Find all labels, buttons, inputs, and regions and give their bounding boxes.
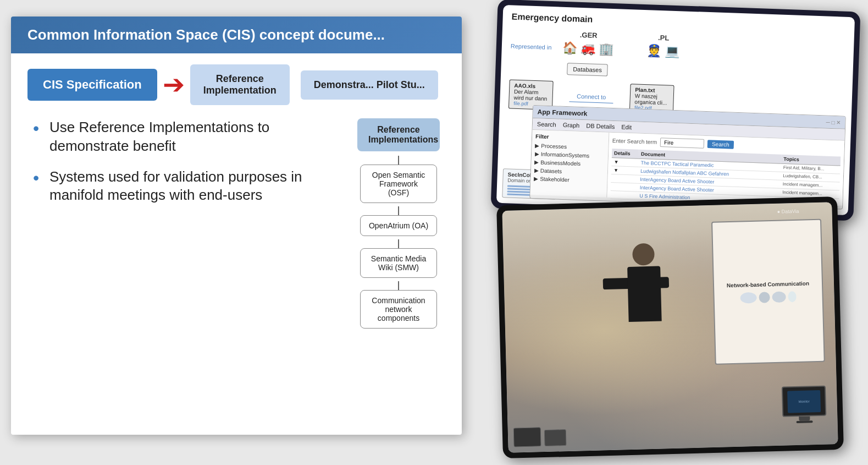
demo-box: Demonstra... Pilot Stu... xyxy=(301,70,438,100)
row-details xyxy=(611,174,638,183)
app-left-panel: Filter ▶ Processes ▶ InformationSystems … xyxy=(530,130,609,198)
tablet-top-right: Emergency domain Represented in .GER 🏠 🚒… xyxy=(491,0,861,221)
smw-box: Semantic MediaWiki (SMW) xyxy=(360,248,437,278)
tablet-bottom-screen: Network-based Communication xyxy=(502,202,838,453)
menu-edit[interactable]: Edit xyxy=(621,124,632,131)
row-details xyxy=(610,190,637,200)
osf-box: Open SemanticFramework (OSF) xyxy=(360,165,437,203)
photo-area: Network-based Communication xyxy=(502,202,838,453)
person-figure xyxy=(618,243,669,289)
tree-line-1 xyxy=(398,156,399,165)
filter-header: Filter xyxy=(535,133,605,141)
whiteboard: Network-based Communication xyxy=(711,219,825,365)
menu-db-details[interactable]: DB Details xyxy=(586,122,615,130)
photo-label: ● DataVia xyxy=(777,209,799,215)
slide-left-panel: Use Reference Implementations to demonst… xyxy=(27,118,341,332)
bullet-item-2: Systems used for validation purposes in … xyxy=(33,168,341,205)
pl-icons: 👮 💻 xyxy=(646,43,680,59)
aao-desc: Der Alarm wird nur dann xyxy=(513,89,548,102)
pl-label: .PL xyxy=(658,34,670,42)
search-button[interactable]: Search xyxy=(707,140,734,149)
databases-box: Databases xyxy=(567,63,608,76)
ref-impls-label: ReferenceImplementations xyxy=(368,125,438,144)
tree-children: Open SemanticFramework (OSF) OpenAtrium … xyxy=(360,165,437,332)
smw-label: Semantic MediaWiki (SMW) xyxy=(371,254,426,272)
app-body: Filter ▶ Processes ▶ InformationSystems … xyxy=(530,130,844,206)
menu-search[interactable]: Search xyxy=(537,121,556,128)
emergency-diagram: Emergency domain Represented in .GER 🏠 🚒… xyxy=(496,5,855,215)
tree-line-2 xyxy=(398,206,399,215)
filter-stakeholder[interactable]: ▶ Stakeholder xyxy=(534,174,604,185)
row-details xyxy=(611,182,638,192)
tree-line-3 xyxy=(398,239,399,248)
search-input[interactable] xyxy=(660,138,705,149)
oa-box: OpenAtrium (OA) xyxy=(360,215,437,236)
ref-impl-top-label: ReferenceImplementation xyxy=(203,73,277,96)
whiteboard-title: Network-based Communication xyxy=(727,280,810,304)
osf-label: Open SemanticFramework (OSF) xyxy=(372,171,425,197)
ref-impls-main-box: ReferenceImplementations xyxy=(357,118,440,151)
demo-label: Demonstra... Pilot Stu... xyxy=(314,79,425,90)
ref-impl-box-top: ReferenceImplementation xyxy=(190,64,290,105)
cis-spec-box: CIS Specification xyxy=(27,69,157,101)
ed-represented: Represented in xyxy=(511,42,552,51)
row-details: ▼ xyxy=(611,158,638,167)
oa-label: OpenAtrium (OA) xyxy=(369,221,428,230)
menu-graph[interactable]: Graph xyxy=(563,122,580,129)
ger-label: .GER xyxy=(580,31,598,40)
equipment-boxes xyxy=(513,426,567,447)
tablet-bottom-right: Network-based Communication xyxy=(496,196,844,458)
app-right-panel: Enter Search term Search Details Documen… xyxy=(607,133,844,206)
comm-net-box: Communicationnetworkcomponents xyxy=(360,290,437,329)
slide-main-content: Use Reference Implementations to demonst… xyxy=(27,118,445,332)
col-details: Details xyxy=(612,149,639,158)
ger-icons: 🏠 🚒 🏢 xyxy=(562,41,614,57)
row-details: ▼ xyxy=(611,166,638,175)
bullet-item-1: Use Reference Implementations to demonst… xyxy=(33,118,341,156)
plan-desc: W naszej organica cli... xyxy=(634,92,669,106)
main-slide: Common Information Space (CIS) concept d… xyxy=(11,17,462,435)
monitor-display: Monitor xyxy=(782,386,827,424)
slide-title: Common Information Space (CIS) concept d… xyxy=(11,17,462,53)
arrow-icon: ➔ xyxy=(163,72,185,98)
bullet-list: Use Reference Implementations to demonst… xyxy=(33,118,341,205)
window-controls: ─ □ ✕ xyxy=(826,119,841,125)
tree-line-4 xyxy=(398,281,399,290)
slide-right-panel: ReferenceImplementations Open SemanticFr… xyxy=(352,118,445,332)
app-framework-window: App Framework ─ □ ✕ Search Graph DB Deta… xyxy=(529,105,846,210)
search-label: Enter Search term xyxy=(612,138,657,145)
tablet-top-screen: Emergency domain Represented in .GER 🏠 🚒… xyxy=(496,5,855,215)
connect-to: Connect to xyxy=(577,93,606,101)
app-framework-title: App Framework xyxy=(537,108,587,117)
flow-row: CIS Specification ➔ ReferenceImplementat… xyxy=(27,64,445,105)
comm-net-label: Communicationnetworkcomponents xyxy=(372,296,425,322)
